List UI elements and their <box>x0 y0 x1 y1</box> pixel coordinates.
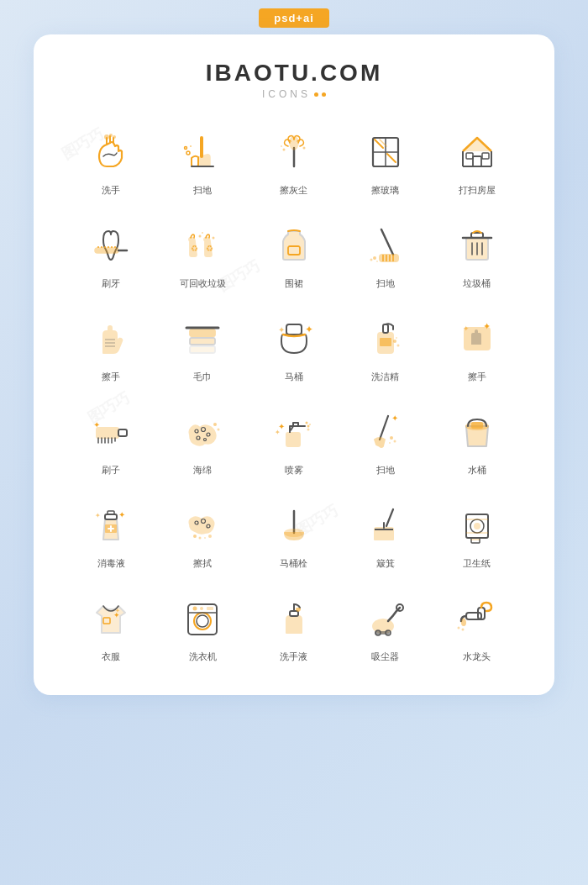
svg-text:✦: ✦ <box>93 420 100 429</box>
svg-rect-136 <box>207 607 213 610</box>
icon-bucket: 水桶 <box>433 398 521 483</box>
svg-point-7 <box>190 145 192 147</box>
svg-text:♻: ♻ <box>191 244 198 253</box>
svg-point-97 <box>389 442 391 444</box>
icon-dust-wipe: 擦灰尘 <box>250 119 339 203</box>
svg-line-94 <box>380 416 388 440</box>
svg-point-12 <box>302 147 305 150</box>
svg-point-42 <box>373 256 376 260</box>
svg-rect-63 <box>380 338 391 346</box>
icon-recycle: ♻ ♻ 可回收垃圾 <box>159 212 247 297</box>
icon-hand-wipe: ✦ ✦ 擦手 <box>433 305 521 390</box>
icon-apron: 围裙 <box>250 212 339 297</box>
svg-point-112 <box>199 537 202 540</box>
card-title: IBAOTU.COM <box>67 60 521 87</box>
svg-point-88 <box>305 422 307 424</box>
main-card: 图巧巧 图巧巧 图巧巧 图巧巧 IBAOTU.COM ICONS <box>34 34 554 695</box>
svg-point-113 <box>204 537 206 539</box>
icon-dustpan: 簸箕 <box>341 492 429 577</box>
svg-point-132 <box>197 615 208 627</box>
svg-text:✦: ✦ <box>463 324 470 333</box>
svg-point-2 <box>113 135 116 139</box>
svg-rect-100 <box>471 422 483 429</box>
svg-point-44 <box>376 261 378 262</box>
svg-point-34 <box>213 237 215 240</box>
svg-rect-54 <box>190 329 215 336</box>
svg-rect-20 <box>466 153 473 159</box>
icon-brush-teeth: 刷牙 <box>67 212 155 297</box>
svg-point-122 <box>474 523 480 529</box>
icon-soap: 洗手液 <box>250 585 339 670</box>
svg-point-1 <box>109 134 113 137</box>
svg-rect-62 <box>383 324 388 333</box>
icon-clothes: ✦ ✦ 衣服 <box>67 585 155 670</box>
svg-text:✦: ✦ <box>483 321 491 331</box>
svg-rect-55 <box>190 338 215 345</box>
icon-wash-hands: 洗手 <box>67 119 155 203</box>
icon-vacuum: 吸尘器 <box>341 585 429 670</box>
svg-text:✦: ✦ <box>275 429 281 436</box>
svg-point-96 <box>393 440 396 443</box>
icon-wipe: 擦拭 <box>159 492 247 577</box>
svg-point-64 <box>393 340 396 343</box>
icon-toilet: ✦ ✦ 马桶 <box>250 305 339 390</box>
svg-rect-58 <box>286 324 302 335</box>
svg-point-85 <box>218 429 220 431</box>
svg-point-114 <box>208 535 212 538</box>
svg-point-91 <box>309 424 311 425</box>
icon-faucet: 水龙头 <box>433 585 521 670</box>
svg-point-146 <box>457 627 459 630</box>
top-badge: psd+ai <box>259 8 329 28</box>
svg-rect-56 <box>190 346 215 353</box>
svg-text:♻: ♻ <box>206 244 213 253</box>
icon-disinfect: ✦ ✦ 消毒液 <box>67 492 155 577</box>
icon-washer: 洗衣机 <box>159 585 247 670</box>
svg-point-116 <box>285 529 303 536</box>
svg-rect-141 <box>375 631 390 635</box>
icon-gloves: 擦手 <box>67 305 155 390</box>
svg-point-84 <box>213 423 217 426</box>
icon-spray: ✦ ✦ 喷雾 <box>250 398 339 483</box>
svg-point-6 <box>185 147 187 150</box>
svg-rect-101 <box>105 514 117 519</box>
svg-text:✦: ✦ <box>115 608 120 614</box>
svg-text:✦: ✦ <box>305 324 313 335</box>
svg-rect-86 <box>286 433 300 446</box>
svg-rect-71 <box>118 429 127 436</box>
icon-clean-house: 打扫房屋 <box>433 119 521 203</box>
svg-text:✦: ✦ <box>95 512 101 519</box>
svg-point-0 <box>104 134 109 140</box>
svg-point-89 <box>307 425 309 428</box>
svg-rect-102 <box>108 511 114 514</box>
svg-point-43 <box>370 259 372 261</box>
svg-text:✦: ✦ <box>391 414 398 423</box>
svg-point-134 <box>193 607 197 611</box>
svg-line-36 <box>381 229 393 255</box>
icon-brush: ✦ 刷子 <box>67 398 155 483</box>
svg-point-33 <box>202 232 203 234</box>
card-subtitle: ICONS <box>67 88 521 100</box>
svg-rect-3 <box>200 136 203 158</box>
icon-plunger: 马桶栓 <box>250 492 339 577</box>
svg-point-5 <box>186 151 190 155</box>
icons-grid: 洗手 扫地 <box>67 119 521 670</box>
icon-toilet-paper: 卫生纸 <box>433 492 521 577</box>
svg-point-66 <box>396 337 397 339</box>
svg-point-10 <box>282 149 285 151</box>
svg-rect-21 <box>482 153 489 159</box>
svg-text:✦: ✦ <box>118 510 125 519</box>
icon-mop2: 扫地 <box>341 212 429 297</box>
svg-point-135 <box>200 607 203 610</box>
svg-point-65 <box>396 345 399 347</box>
svg-text:✦: ✦ <box>278 325 285 335</box>
svg-rect-22 <box>95 248 118 253</box>
svg-point-90 <box>307 429 309 431</box>
svg-line-117 <box>386 509 393 526</box>
icon-sweep2: ✦ 扫地 <box>341 398 429 483</box>
svg-point-32 <box>199 235 202 238</box>
svg-point-95 <box>390 436 393 440</box>
svg-point-147 <box>461 629 464 631</box>
svg-rect-19 <box>473 156 481 166</box>
icon-towel: 毛巾 <box>159 305 247 390</box>
icon-wipe-glass: 擦玻璃 <box>341 119 429 203</box>
